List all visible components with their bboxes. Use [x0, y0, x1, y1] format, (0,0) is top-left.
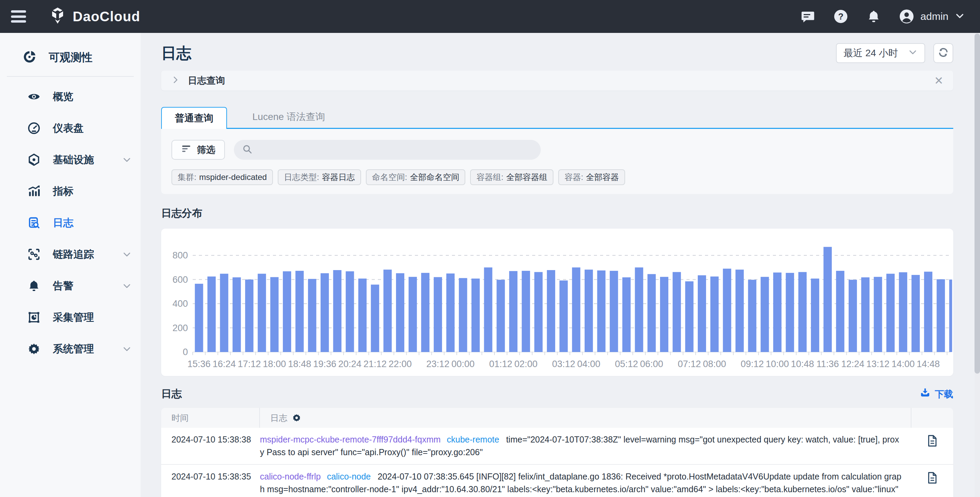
refresh-button[interactable]	[933, 43, 953, 63]
collect-icon	[27, 311, 40, 324]
filter-chip-4[interactable]: 容器:全部容器	[558, 169, 625, 185]
chevron-down-icon	[122, 281, 132, 291]
chat-icon[interactable]	[800, 9, 815, 24]
svg-text:18:48: 18:48	[288, 359, 311, 369]
log-table: 时间 日志 2024-07-10 15:38:38 mspider-mcpc-c…	[161, 408, 953, 497]
tab-normal-query[interactable]: 普通查询	[161, 107, 227, 129]
log-time: 2024-07-10 15:38:38	[161, 433, 260, 459]
log-table-body: 2024-07-10 15:38:38 mspider-mcpc-ckube-r…	[161, 428, 953, 497]
sidebar-item-system[interactable]: 系统管理	[0, 333, 141, 365]
refresh-icon	[937, 47, 949, 60]
daocloud-logo-icon	[49, 7, 67, 26]
tab-lucene-query[interactable]: Lucene 语法查询	[242, 106, 336, 128]
topbar: DaoCloud ? admin	[0, 0, 980, 33]
search-box	[234, 140, 541, 160]
svg-text:09:12: 09:12	[741, 359, 764, 369]
page-scrollbar[interactable]	[975, 33, 980, 497]
time-range-select[interactable]: 最近 24 小时	[836, 43, 925, 63]
svg-text:05:12: 05:12	[615, 359, 638, 369]
sidebar-header: 可观测性	[0, 33, 141, 66]
gear-icon	[27, 342, 40, 356]
chevron-down-icon	[122, 249, 132, 259]
chevron-down-icon	[908, 47, 918, 59]
close-icon[interactable]: ×	[934, 73, 943, 88]
container-link[interactable]: calico-node	[327, 472, 371, 481]
log-query-panel-header[interactable]: 日志查询 ×	[161, 71, 953, 91]
brand-logo: DaoCloud	[49, 7, 140, 26]
svg-text:03:12: 03:12	[552, 359, 575, 369]
hamburger-menu-icon[interactable]	[11, 10, 26, 22]
sidebar-item-alerts[interactable]: 告警	[0, 270, 141, 302]
sidebar-divider	[7, 76, 134, 77]
log-detail-document-icon[interactable]	[927, 435, 938, 448]
svg-text:10:00: 10:00	[766, 359, 789, 369]
distribution-title: 日志分布	[161, 206, 953, 221]
logs-icon	[27, 216, 40, 229]
observability-icon	[22, 49, 37, 66]
filter-chip-1[interactable]: 日志类型:容器日志	[278, 169, 361, 185]
user-name: admin	[920, 11, 948, 22]
avatar	[899, 9, 914, 24]
eye-icon	[27, 90, 40, 103]
bell-icon[interactable]	[866, 9, 881, 24]
help-icon[interactable]: ?	[833, 9, 848, 24]
bell-icon	[27, 279, 40, 292]
svg-text:14:48: 14:48	[916, 359, 940, 369]
svg-text:200: 200	[172, 323, 188, 333]
svg-text:06:00: 06:00	[640, 359, 663, 369]
infra-icon	[27, 153, 40, 166]
svg-text:21:12: 21:12	[363, 359, 387, 369]
main-content: 日志 最近 24 小时 日志查询 × 普通查询 Lucene 语法查询 筛选	[141, 33, 975, 497]
filter-icon	[181, 144, 191, 156]
filter-button[interactable]: 筛选	[172, 140, 225, 160]
svg-text:?: ?	[838, 12, 843, 21]
user-menu[interactable]: admin	[899, 9, 965, 24]
svg-text:18:00: 18:00	[263, 359, 286, 369]
svg-text:11:36: 11:36	[816, 359, 839, 369]
filter-chip-0[interactable]: 集群:mspider-dedicated	[172, 169, 273, 185]
svg-text:19:36: 19:36	[313, 359, 336, 369]
page-title: 日志	[161, 43, 191, 64]
svg-text:12:24: 12:24	[841, 359, 864, 369]
pod-link[interactable]: calico-node-ffrlp	[260, 472, 321, 481]
column-log: 日志	[260, 408, 912, 428]
chevron-down-icon	[122, 344, 132, 354]
filter-chips: 集群:mspider-dedicated日志类型:容器日志命名空间:全部命名空间…	[172, 169, 942, 185]
svg-text:23:12: 23:12	[426, 359, 450, 369]
table-row: 2024-07-10 15:38:38 mspider-mcpc-ckube-r…	[161, 428, 953, 464]
chevron-right-icon	[172, 76, 180, 85]
column-settings-gear-icon[interactable]	[292, 413, 301, 422]
sidebar-item-metrics[interactable]: 指标	[0, 176, 141, 207]
time-range-value: 最近 24 小时	[843, 47, 898, 60]
search-input[interactable]	[258, 144, 533, 155]
sidebar-item-overview[interactable]: 概览	[0, 81, 141, 113]
sidebar-item-dashboards[interactable]: 仪表盘	[0, 113, 141, 144]
svg-text:22:00: 22:00	[388, 359, 412, 369]
sidebar-item-infrastructure[interactable]: 基础设施	[0, 144, 141, 176]
scrollbar-thumb[interactable]	[975, 33, 980, 374]
filter-button-label: 筛选	[197, 144, 215, 156]
sidebar-item-tracing[interactable]: 链路追踪	[0, 238, 141, 270]
chevron-down-icon	[955, 11, 965, 22]
sidebar-item-logs[interactable]: 日志	[0, 207, 141, 238]
sidebar: 可观测性 概览 仪表盘 基础设施 指标 日志 链路追踪 告警 采集管理 系统管理	[0, 33, 141, 497]
svg-text:10:48: 10:48	[791, 359, 815, 369]
container-link[interactable]: ckube-remote	[447, 435, 499, 444]
download-button[interactable]: 下载	[920, 387, 953, 401]
metrics-icon	[27, 185, 40, 198]
log-message: calico-node-ffrlpcalico-node2024-07-10 0…	[260, 470, 912, 497]
sidebar-item-collection[interactable]: 采集管理	[0, 302, 141, 333]
svg-text:0: 0	[183, 347, 188, 357]
query-body: 筛选 集群:mspider-dedicated日志类型:容器日志命名空间:全部命…	[161, 129, 953, 194]
svg-text:02:00: 02:00	[514, 359, 538, 369]
svg-text:00:00: 00:00	[452, 359, 475, 369]
log-detail-document-icon[interactable]	[927, 472, 938, 485]
svg-text:800: 800	[172, 250, 188, 260]
brand-name: DaoCloud	[73, 9, 140, 24]
pod-link[interactable]: mspider-mcpc-ckube-remote-7fff97ddd4-fqx…	[260, 435, 441, 444]
filter-chip-3[interactable]: 容器组:全部容器组	[470, 169, 554, 185]
sidebar-title: 可观测性	[49, 50, 92, 65]
filter-chip-2[interactable]: 命名空间:全部命名空间	[366, 169, 466, 185]
log-message: mspider-mcpc-ckube-remote-7fff97ddd4-fqx…	[260, 433, 912, 459]
sidebar-nav: 概览 仪表盘 基础设施 指标 日志 链路追踪 告警 采集管理 系统管理	[0, 81, 141, 365]
